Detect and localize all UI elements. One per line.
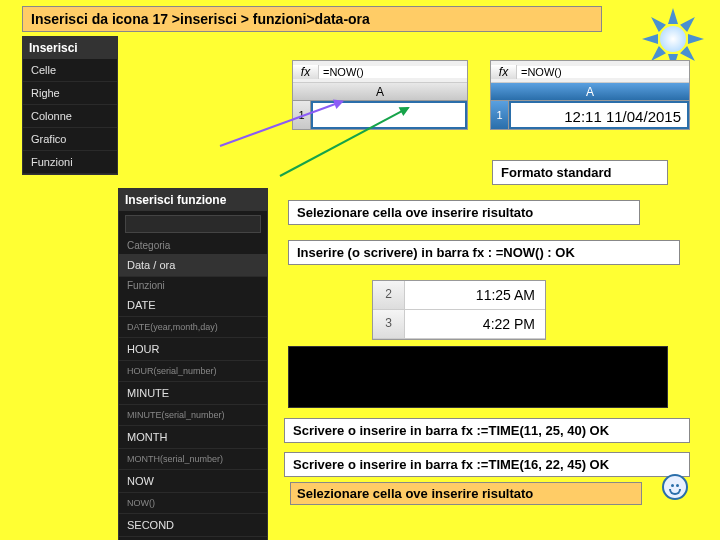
menu-item[interactable]: Celle xyxy=(23,59,117,82)
func-item[interactable]: SECOND xyxy=(119,514,267,537)
func-item[interactable]: HOUR xyxy=(119,338,267,361)
fx-icon: fx xyxy=(491,65,517,79)
cell-value: 4:22 PM xyxy=(405,310,545,338)
smiley-icon xyxy=(662,474,688,500)
formula-input[interactable]: =NOW() xyxy=(319,66,467,78)
row-num: 2 xyxy=(373,281,405,309)
func-sig: MONTH(serial_number) xyxy=(119,449,267,470)
menu-title: Inserisci xyxy=(23,37,117,59)
label-insert-now: Inserire (o scrivere) in barra fx : =NOW… xyxy=(288,240,680,265)
cell-value: 11:25 AM xyxy=(405,281,545,309)
search-input[interactable] xyxy=(125,215,261,233)
func-sig: NOW() xyxy=(119,493,267,514)
black-panel xyxy=(288,346,668,408)
insert-menu[interactable]: Inserisci Celle Righe Colonne Grafico Fu… xyxy=(22,36,118,175)
spreadsheet-snippet-b: fx =NOW() A 1 12:11 11/04/2015 xyxy=(490,60,690,130)
func-sig: HOUR(serial_number) xyxy=(119,361,267,382)
category-selected[interactable]: Data / ora xyxy=(119,254,267,277)
menu-item[interactable]: Colonne xyxy=(23,105,117,128)
label-time-1: Scrivere o inserire in barra fx :=TIME(1… xyxy=(284,418,690,443)
menu-item[interactable]: Funzioni xyxy=(23,151,117,174)
func-item[interactable]: DATE xyxy=(119,294,267,317)
func-item[interactable]: MONTH xyxy=(119,426,267,449)
row-header: 1 xyxy=(491,101,509,129)
dialog-title: Inserisci funzione xyxy=(119,189,267,211)
col-header: A xyxy=(491,83,689,101)
func-sig: DATE(year,month,day) xyxy=(119,317,267,338)
row-num: 3 xyxy=(373,310,405,338)
fx-icon: fx xyxy=(293,65,319,79)
function-dialog[interactable]: Inserisci funzione Categoria Data / ora … xyxy=(118,188,268,540)
sun-icon xyxy=(648,14,698,64)
func-item[interactable]: MINUTE xyxy=(119,382,267,405)
spreadsheet-snippet-a: fx =NOW() A 1 xyxy=(292,60,468,130)
time-examples: 2 11:25 AM 3 4:22 PM xyxy=(372,280,546,340)
label-formato-standard: Formato standard xyxy=(492,160,668,185)
label-select-cell: Selezionare cella ove inserire risultato xyxy=(288,200,640,225)
label-time-2: Scrivere o inserire in barra fx :=TIME(1… xyxy=(284,452,690,477)
label-select-cell-2: Selezionare cella ove inserire risultato xyxy=(290,482,642,505)
formula-input[interactable]: =NOW() xyxy=(517,66,689,78)
menu-item[interactable]: Grafico xyxy=(23,128,117,151)
func-sig: MINUTE(serial_number) xyxy=(119,405,267,426)
title-banner: Inserisci da icona 17 >inserisci > funzi… xyxy=(22,6,602,32)
col-header: A xyxy=(293,83,467,101)
func-item[interactable]: NOW xyxy=(119,470,267,493)
menu-item[interactable]: Righe xyxy=(23,82,117,105)
cell-a1[interactable]: 12:11 11/04/2015 xyxy=(509,101,689,129)
functions-label: Funzioni xyxy=(119,277,267,294)
category-label: Categoria xyxy=(119,237,267,254)
